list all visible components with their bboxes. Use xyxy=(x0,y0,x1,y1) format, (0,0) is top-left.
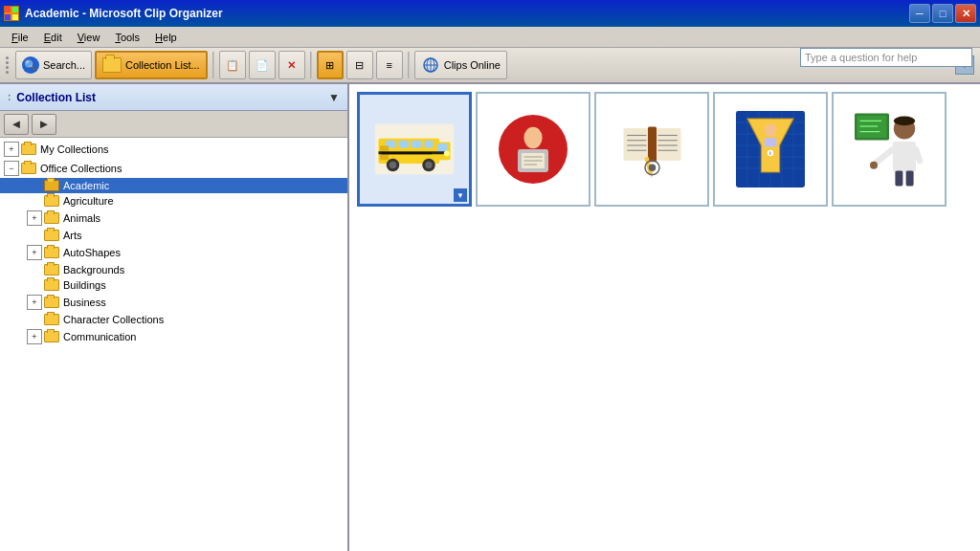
expand-autoshapes[interactable]: + xyxy=(27,245,42,260)
menu-file[interactable]: File xyxy=(4,30,36,45)
svg-point-22 xyxy=(444,151,450,157)
clip-books-image xyxy=(616,114,688,186)
svg-point-25 xyxy=(523,127,542,148)
svg-point-58 xyxy=(765,124,777,137)
svg-point-72 xyxy=(870,162,878,169)
clip-dropdown-indicator[interactable]: ▼ xyxy=(454,188,467,202)
app-icon xyxy=(4,6,19,21)
view-thumbnails-button[interactable]: ⊞ xyxy=(317,51,344,79)
panel-drag-dots: : xyxy=(8,92,11,102)
tree-item-communication[interactable]: + Communication xyxy=(0,327,347,346)
svg-rect-3 xyxy=(12,14,18,20)
collection-list-button[interactable]: Collection List... xyxy=(95,51,208,79)
clip-item-bus[interactable]: ▼ xyxy=(357,92,472,207)
clip-bus-image xyxy=(371,116,457,183)
copy-icon: 📋 xyxy=(226,59,239,72)
back-button[interactable]: ◄ xyxy=(4,114,29,135)
right-panel: ▼ xyxy=(349,84,980,551)
title-bar: Academic - Microsoft Clip Organizer ─ □ … xyxy=(0,0,980,27)
main-area: : Collection List ▼ ◄ ► + My Collections… xyxy=(0,84,980,551)
expand-my-collections[interactable]: + xyxy=(4,142,19,157)
menu-view[interactable]: View xyxy=(70,30,108,45)
svg-rect-15 xyxy=(425,141,434,148)
window-controls: ─ □ ✕ xyxy=(909,4,976,23)
close-button[interactable]: ✕ xyxy=(955,4,976,23)
forward-button[interactable]: ► xyxy=(32,114,56,135)
search-button[interactable]: 🔍 Search... xyxy=(15,51,92,79)
svg-line-70 xyxy=(874,149,893,165)
toolbar-separator-2 xyxy=(310,52,312,78)
panel-dropdown-arrow[interactable]: ▼ xyxy=(328,91,340,104)
clips-online-icon xyxy=(421,57,440,73)
folder-icon-office-collections xyxy=(21,163,36,174)
clip-apple-image xyxy=(495,111,571,187)
clip-item-funnel[interactable]: i xyxy=(713,92,828,207)
menu-bar: File Edit View Tools Help Type a questio… xyxy=(0,27,980,48)
tree-item-academic[interactable]: Academic xyxy=(0,178,347,193)
tree-item-arts[interactable]: Arts xyxy=(0,228,347,243)
tree-item-animals[interactable]: + Animals xyxy=(0,209,347,228)
svg-point-45 xyxy=(648,164,656,171)
paste-button[interactable]: 📄 xyxy=(249,51,276,79)
svg-rect-74 xyxy=(906,170,914,186)
menu-edit[interactable]: Edit xyxy=(36,30,70,45)
clip-teacher-image xyxy=(851,106,927,192)
folder-icon-animals xyxy=(44,212,59,224)
folder-icon-business xyxy=(44,297,59,308)
svg-line-71 xyxy=(916,149,920,161)
copy-button[interactable]: 📋 xyxy=(219,51,246,79)
tree-item-character-collections[interactable]: Character Collections xyxy=(0,312,347,327)
window-title: Academic - Microsoft Clip Organizer xyxy=(25,7,909,20)
help-search-input[interactable]: Type a question for help xyxy=(800,48,972,67)
clip-item-apple[interactable] xyxy=(476,92,590,207)
view-list-icon: ≡ xyxy=(386,59,391,71)
clip-item-books[interactable] xyxy=(594,92,709,207)
delete-icon: ✕ xyxy=(287,59,296,72)
tree-item-agriculture[interactable]: Agriculture xyxy=(0,193,347,209)
menu-tools[interactable]: Tools xyxy=(107,30,147,45)
panel-title: Collection List xyxy=(16,91,96,104)
svg-rect-59 xyxy=(765,138,777,147)
toolbar-separator-1 xyxy=(212,52,214,78)
expand-animals[interactable]: + xyxy=(27,210,42,226)
folder-icon-character-collections xyxy=(44,314,59,325)
folder-icon-communication xyxy=(44,331,59,342)
expand-office-collections[interactable]: − xyxy=(4,161,19,176)
folder-icon-agriculture xyxy=(44,195,59,207)
menu-help[interactable]: Help xyxy=(147,30,185,45)
svg-point-20 xyxy=(425,162,433,169)
delete-button[interactable]: ✕ xyxy=(278,51,305,79)
thumbnails-icon: ⊞ xyxy=(325,59,334,72)
svg-rect-2 xyxy=(5,14,11,20)
tree-container: + My Collections − Office Collections Ac… xyxy=(0,138,347,551)
svg-rect-33 xyxy=(648,126,657,162)
expand-business[interactable]: + xyxy=(27,295,42,310)
svg-text:i: i xyxy=(769,151,770,156)
svg-rect-73 xyxy=(895,170,902,186)
tree-item-autoshapes[interactable]: + AutoShapes xyxy=(0,243,347,262)
svg-point-18 xyxy=(390,162,397,169)
minimize-button[interactable]: ─ xyxy=(909,4,930,23)
clip-funnel-image: i xyxy=(732,106,809,192)
folder-icon-arts xyxy=(44,230,59,241)
clip-item-teacher[interactable] xyxy=(832,92,947,207)
tree-item-backgrounds[interactable]: Backgrounds xyxy=(0,262,347,277)
tree-item-my-collections[interactable]: + My Collections xyxy=(0,140,347,159)
paste-icon: 📄 xyxy=(256,59,269,72)
svg-rect-0 xyxy=(5,7,11,12)
folder-icon-academic xyxy=(44,180,59,191)
svg-point-68 xyxy=(894,117,915,126)
tree-item-buildings[interactable]: Buildings xyxy=(0,277,347,293)
view-small-button[interactable]: ⊟ xyxy=(346,51,373,79)
expand-communication[interactable]: + xyxy=(27,329,42,344)
tree-item-office-collections[interactable]: − Office Collections xyxy=(0,159,347,178)
view-list-button[interactable]: ≡ xyxy=(376,51,403,79)
tree-item-business[interactable]: + Business xyxy=(0,293,347,312)
folder-icon-autoshapes xyxy=(44,247,59,258)
collection-folder-icon xyxy=(102,57,122,73)
svg-rect-69 xyxy=(893,142,916,172)
search-icon: 🔍 xyxy=(22,56,39,74)
maximize-button[interactable]: □ xyxy=(932,4,953,23)
svg-rect-1 xyxy=(12,7,18,12)
clips-online-button[interactable]: Clips Online xyxy=(414,51,507,79)
